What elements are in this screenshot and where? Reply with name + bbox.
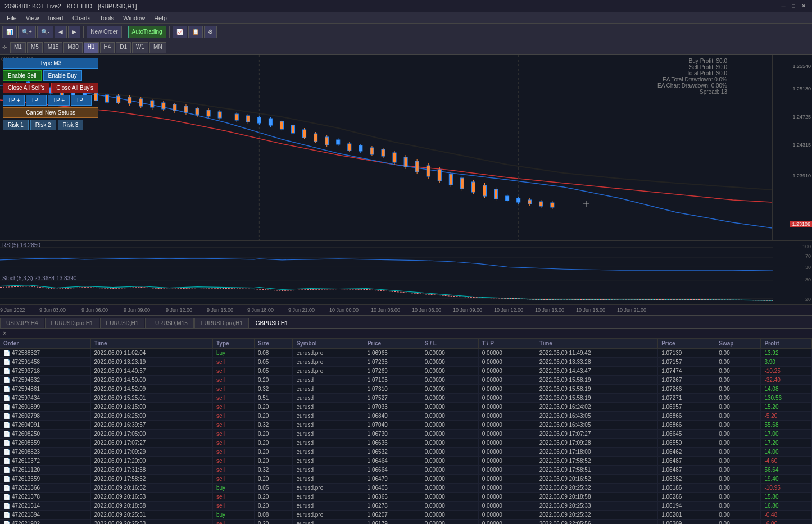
template-button[interactable]: 📋 — [188, 26, 203, 38]
table-row: 📄472597434 2022.06.09 15:25:01 sell 0.51… — [0, 394, 812, 403]
cell-type: sell — [212, 412, 254, 421]
enable-sell-button[interactable]: Enable Sell — [3, 70, 42, 81]
menu-file[interactable]: File — [2, 13, 21, 22]
tp-btn-1[interactable]: TP + — [3, 95, 25, 106]
tab-eurusdpro-h1-1[interactable]: EURUSD.pro,H1 — [45, 318, 99, 328]
table-row: 📄472621514 2022.06.09 20:18:58 sell 0.20… — [0, 502, 812, 511]
cell-type: buy — [212, 484, 254, 493]
cell-profit: 14.00 — [761, 448, 812, 457]
close-button[interactable]: ✕ — [800, 2, 808, 10]
risk-3-button[interactable]: Risk 3 — [58, 120, 84, 130]
indicator-button[interactable]: 📈 — [173, 26, 187, 38]
cell-open-time: 2022.06.09 16:25:00 — [90, 412, 212, 421]
cell-open-time: 2022.06.09 13:23:19 — [90, 358, 212, 367]
tf-w1[interactable]: W1 — [132, 42, 148, 53]
cell-order: 📄472621378 — [0, 493, 90, 502]
tf-m30[interactable]: M30 — [63, 42, 82, 53]
svg-rect-19 — [106, 95, 109, 102]
rsi-chart — [0, 241, 773, 274]
settings-button[interactable]: ⚙ — [204, 26, 217, 38]
tf-h1[interactable]: H1 — [84, 42, 99, 53]
tab-eurusd-h1[interactable]: EURUSD,H1 — [100, 318, 145, 328]
svg-rect-83 — [471, 182, 475, 192]
window-controls[interactable]: ─ □ ✕ — [779, 2, 808, 10]
new-order-button[interactable]: New Order — [87, 26, 121, 38]
tp-btn-4[interactable]: TP - — [71, 95, 92, 106]
col-profit: Profit — [761, 339, 812, 349]
risk-2-button[interactable]: Risk 2 — [30, 120, 56, 130]
cell-close-time: 2022.06.09 17:18:00 — [536, 448, 657, 457]
tf-m15[interactable]: M15 — [44, 42, 62, 53]
svg-rect-39 — [218, 112, 221, 118]
cell-close-time: 2022.06.09 17:58:52 — [536, 457, 657, 466]
new-chart-button[interactable]: 📊 — [2, 26, 17, 38]
enable-buy-button[interactable]: Enable Buy — [43, 70, 82, 81]
svg-rect-89 — [506, 196, 509, 201]
tf-h4[interactable]: H4 — [100, 42, 115, 53]
tab-usdjpy-h4[interactable]: USD/JPY,H4 — [0, 318, 44, 328]
cell-profit: -32.40 — [761, 376, 812, 385]
svg-rect-97 — [551, 203, 554, 207]
tab-gbpusd-h1[interactable]: GBPUSD,H1 — [250, 318, 294, 328]
cell-open-time: 2022.06.09 20:16:53 — [90, 493, 212, 502]
cell-open-time: 2022.06.09 16:15:00 — [90, 403, 212, 412]
maximize-button[interactable]: □ — [790, 2, 797, 10]
svg-rect-47 — [269, 119, 272, 125]
risk-1-button[interactable]: Risk 1 — [3, 120, 29, 130]
price-mid2: 1.24725 — [792, 114, 811, 120]
cell-swap: 0.00 — [715, 457, 761, 466]
cell-sl: 0.00000 — [421, 403, 478, 412]
rsi-label: RSI(5) 16.2850 — [2, 242, 40, 248]
zoom-in-button[interactable]: 🔍+ — [18, 26, 36, 38]
menu-charts[interactable]: Charts — [68, 13, 95, 22]
cell-swap: 0.00 — [715, 367, 761, 376]
rsi-100-label: 100 — [802, 244, 811, 249]
menu-view[interactable]: View — [21, 13, 44, 22]
cell-close-time: 2022.06.09 20:25:32 — [536, 484, 657, 493]
cell-tp: 0.00000 — [478, 376, 536, 385]
cell-tp: 0.00000 — [478, 475, 536, 484]
ea-total-drawdown-label: EA Total Drawdown: 0.0% — [657, 76, 727, 83]
type-m3-button[interactable]: Type M3 — [3, 58, 98, 69]
menu-tools[interactable]: Tools — [95, 13, 119, 22]
minimize-button[interactable]: ─ — [779, 2, 787, 10]
cell-sl: 0.00000 — [421, 385, 478, 394]
chart-main[interactable]: GBPUSD,H1 Type M3 Enable Sell Enable Buy… — [0, 55, 773, 240]
tp-btn-3[interactable]: TP + — [48, 95, 70, 106]
zoom-out-button[interactable]: 🔍- — [37, 26, 53, 38]
autotrading-button[interactable]: AutoTrading — [128, 26, 166, 38]
cell-close-price: 1.07267 — [658, 376, 715, 385]
tf-m1[interactable]: M1 — [10, 42, 26, 53]
cancel-new-setups-button[interactable]: Cancel New Setups — [3, 107, 98, 118]
panel-close-button[interactable]: ✕ — [2, 330, 7, 336]
cell-tp: 0.00000 — [478, 412, 536, 421]
menu-help[interactable]: Help — [149, 13, 171, 22]
cell-close-time: 2022.06.09 17:07:27 — [536, 430, 657, 439]
cell-sl: 0.00000 — [421, 457, 478, 466]
spread-label: Spread: 13 — [657, 89, 727, 95]
menu-insert[interactable]: Insert — [43, 13, 68, 22]
cell-size: 0.05 — [254, 484, 293, 493]
cell-profit: 19.40 — [761, 475, 812, 484]
price-mid3: 1.24315 — [792, 142, 811, 148]
cell-close-price: 1.07474 — [658, 367, 715, 376]
cell-type: sell — [212, 520, 254, 525]
cell-open-time: 2022.06.09 20:25:31 — [90, 511, 212, 520]
tab-eurusd-m15[interactable]: EURUSD,M15 — [145, 318, 193, 328]
trade-table-container[interactable]: Order Time Type Size Symbol Price S / L … — [0, 339, 812, 524]
tab-eurusdpro-h1-2[interactable]: EURUSD.pro,H1 — [194, 318, 249, 328]
close-all-buys-button[interactable]: Close All Buy's — [51, 83, 98, 93]
stoch-chart — [0, 274, 773, 304]
scroll-right-button[interactable]: ▶ — [68, 26, 80, 38]
tf-mn[interactable]: MN — [149, 42, 166, 53]
tf-m5[interactable]: M5 — [27, 42, 43, 53]
cell-tp: 0.00000 — [478, 421, 536, 430]
scroll-left-button[interactable]: ◀ — [55, 26, 67, 38]
tp-btn-2[interactable]: TP - — [26, 95, 47, 106]
cell-open-price: 1.06840 — [364, 412, 421, 421]
menu-window[interactable]: Window — [119, 13, 149, 22]
tf-d1[interactable]: D1 — [116, 42, 131, 53]
cell-tp: 0.00000 — [478, 349, 536, 358]
svg-rect-71 — [404, 157, 407, 167]
close-all-sells-button[interactable]: Close All Sell's — [3, 83, 49, 93]
